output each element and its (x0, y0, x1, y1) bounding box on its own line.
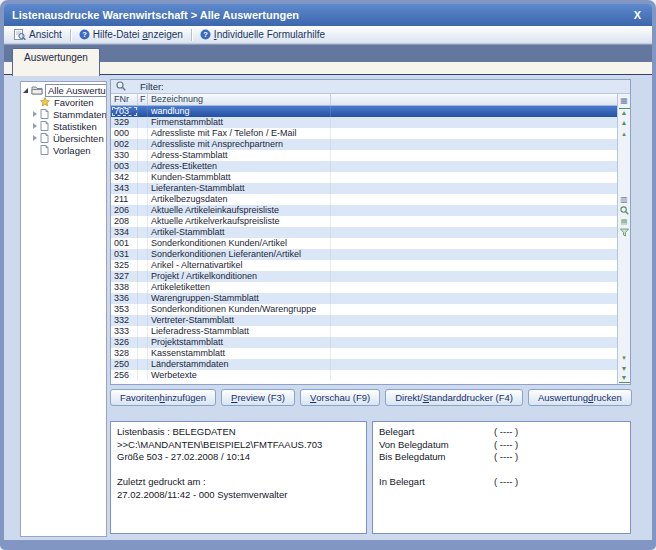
cell-fnr: 031 (111, 249, 138, 260)
columns-icon[interactable]: ▥ (619, 194, 630, 205)
table-row[interactable]: 325Arikel - Alternativartikel (111, 260, 617, 271)
table-row[interactable]: 342Kunden-Stammblatt (111, 172, 617, 183)
table-row[interactable]: 326Projektstammblatt (111, 337, 617, 348)
grid-body: 703wandlung329Firmenstammblatt000Adressl… (111, 106, 617, 384)
cell-fnr: 336 (111, 293, 138, 304)
table-row[interactable]: 327Projekt / Artikelkonditionen (111, 271, 617, 282)
cell-f (138, 172, 148, 183)
page-icon (40, 109, 49, 119)
auswertung-drucken-button[interactable]: Auswertung drucken (528, 389, 632, 406)
tree-item-label: Favoriten (52, 97, 96, 108)
column-header-bezeichnung[interactable]: Bezeichnung (148, 94, 331, 105)
table-row[interactable]: 002Adressliste mit Ansprechpartnern (111, 139, 617, 150)
tab-page-content: Alle AuswertungenFavoritenStammdatenStat… (4, 75, 652, 540)
cell-filler (331, 161, 617, 172)
go-first-row-icon[interactable]: ▲ (619, 108, 630, 117)
beleg-label (379, 464, 494, 477)
tree-item-favoriten[interactable]: Favoriten (21, 96, 106, 108)
cell-f (138, 194, 148, 205)
cell-fnr: 000 (111, 128, 138, 139)
cell-bezeichnung: Adress-Etiketten (148, 161, 331, 172)
tree-item-stammdaten[interactable]: Stammdaten (21, 108, 106, 120)
cell-bezeichnung: Sonderkonditionen Kunden/Warengruppe (148, 304, 331, 315)
tab-page-band (4, 62, 652, 75)
table-row[interactable]: 353Sonderkonditionen Kunden/Warengruppe (111, 304, 617, 315)
table-row[interactable]: 208Aktuelle Artikelverkaufspreisliste (111, 216, 617, 227)
collapsed-arrow-icon[interactable] (33, 135, 37, 141)
cell-bezeichnung: Projekt / Artikelkonditionen (148, 271, 331, 282)
tree-item-label: Statistiken (51, 121, 99, 132)
table-row[interactable]: 338Artikeletiketten (111, 282, 617, 293)
beleg-row: Von Belegdatum( ---- ) (379, 439, 624, 452)
ansicht-button[interactable]: Ansicht (9, 28, 67, 41)
field-chooser-icon[interactable]: ▦ (619, 95, 630, 106)
cell-fnr: 342 (111, 172, 138, 183)
table-row[interactable]: 031Sonderkonditionen Lieferanten/Artikel (111, 249, 617, 260)
cell-filler (331, 304, 617, 315)
cell-bezeichnung: Arikel - Alternativartikel (148, 260, 331, 271)
table-row[interactable]: 206Aktuelle Artikeleinkaufspreisliste (111, 205, 617, 216)
table-row[interactable]: 211Artikelbezugsdaten (111, 194, 617, 205)
toolbar-button-label: Individuelle Formularhilfe (214, 29, 325, 40)
column-header-filler (331, 94, 617, 105)
table-row[interactable]: 343Lieferanten-Stammblatt (111, 183, 617, 194)
cell-filler (331, 216, 617, 227)
page-icon (40, 121, 49, 131)
row-down-icon[interactable]: ▾ (619, 352, 630, 363)
expanded-arrow-icon[interactable] (23, 88, 28, 93)
table-row[interactable]: 334Artikel-Stammblatt (111, 227, 617, 238)
table-row[interactable]: 328Kassenstammblatt (111, 348, 617, 359)
window-title: Listenausdrucke Warenwirtschaft > Alle A… (12, 9, 299, 21)
table-row[interactable]: 333Lieferadress-Stammblatt (111, 326, 617, 337)
close-button[interactable]: X (631, 9, 644, 21)
column-header-f[interactable]: F (138, 94, 148, 105)
tab-auswertungen[interactable]: Auswertungen (12, 48, 100, 76)
direkt-standarddrucker-button[interactable]: Direkt/Standarddrucker (F4) (385, 389, 523, 406)
collapsed-arrow-icon[interactable] (33, 111, 37, 117)
filter-funnel-icon[interactable] (619, 227, 630, 238)
cell-fnr: 325 (111, 260, 138, 271)
tree-item-übersichten[interactable]: Übersichten (21, 132, 106, 144)
table-row[interactable]: 329Firmenstammblatt (111, 117, 617, 128)
info-line: >>C:\MANDANTEN\BEISPIEL2\FMTFAAUS.703 (117, 439, 360, 452)
search-row-icon[interactable] (619, 205, 630, 216)
table-row[interactable]: 256Werbetexte (111, 370, 617, 381)
cell-bezeichnung: Warengruppen-Stammblatt (148, 293, 331, 304)
row-up-icon[interactable]: ▴ (619, 128, 630, 139)
cell-bezeichnung: Sonderkonditionen Lieferanten/Artikel (148, 249, 331, 260)
star-icon (40, 97, 50, 107)
vorschau-button[interactable]: Vorschau (F9) (300, 389, 380, 406)
tree-item-alle-auswertungen[interactable]: Alle Auswertungen (21, 84, 106, 96)
cell-bezeichnung: Kassenstammblatt (148, 348, 331, 359)
preview-button[interactable]: Preview (F3) (221, 389, 295, 406)
cell-fnr: 332 (111, 315, 138, 326)
cell-fnr: 208 (111, 216, 138, 227)
cell-fnr: 338 (111, 282, 138, 293)
table-row[interactable]: 330Adress-Stammblatt (111, 150, 617, 161)
table-row[interactable]: 250Länderstammdaten (111, 359, 617, 370)
info-line: Zuletzt gedruckt am : (117, 476, 360, 489)
cell-f (138, 337, 148, 348)
table-row[interactable]: 003Adress-Etiketten (111, 161, 617, 172)
page-up-icon[interactable]: ▲ (619, 117, 630, 128)
tree-item-statistiken[interactable]: Statistiken (21, 120, 106, 132)
cell-bezeichnung: Aktuelle Artikelverkaufspreisliste (148, 216, 331, 227)
collapsed-arrow-icon[interactable] (33, 123, 37, 129)
help-icon: ? (200, 29, 211, 40)
cell-bezeichnung: Adressliste mit Fax / Telefon / E-Mail (148, 128, 331, 139)
go-last-row-icon[interactable]: ▼ (619, 374, 630, 383)
tree-item-vorlagen[interactable]: Vorlagen (21, 144, 106, 156)
cell-filler (331, 315, 617, 326)
table-row[interactable]: 703wandlung (111, 106, 617, 117)
table-row[interactable]: 001Sonderkonditionen Kunden/Artikel (111, 238, 617, 249)
favoriten-hinzufuegen-button[interactable]: Favoriten hinzufügen (110, 389, 216, 406)
table-row[interactable]: 332Vertreter-Stammblatt (111, 315, 617, 326)
svg-text:?: ? (203, 30, 208, 39)
export-icon[interactable]: ▤ (619, 216, 630, 227)
table-row[interactable]: 336Warengruppen-Stammblatt (111, 293, 617, 304)
formularhilfe-button[interactable]: ?Individuelle Formularhilfe (195, 28, 330, 41)
table-row[interactable]: 000Adressliste mit Fax / Telefon / E-Mai… (111, 128, 617, 139)
column-header-fnr[interactable]: FNr (111, 94, 138, 105)
hilfe-datei-button[interactable]: ?Hilfe-Datei anzeigen (74, 28, 188, 41)
cell-fnr: 703 (111, 106, 138, 117)
